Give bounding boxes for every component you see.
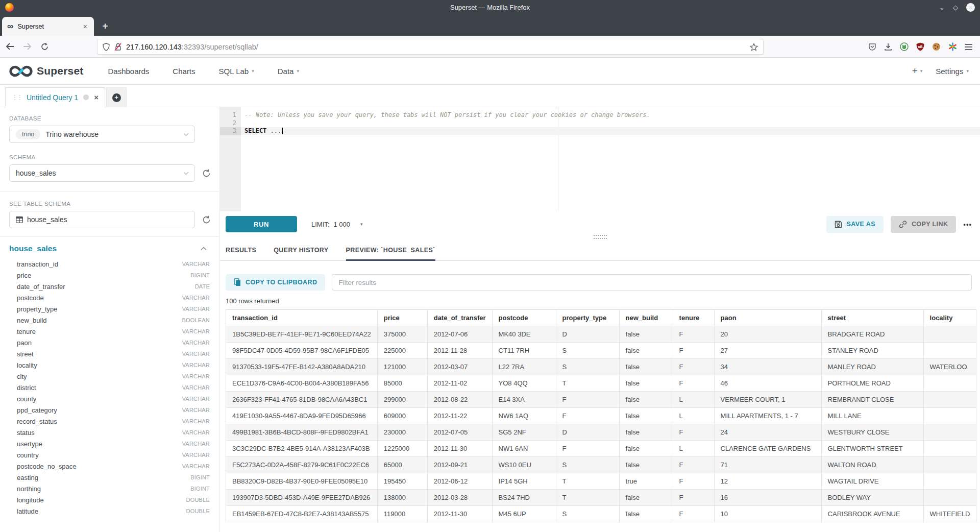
table-cell: T [556,375,619,392]
column-type: VARCHAR [182,261,210,267]
extension-asterisk-icon[interactable] [948,42,957,51]
table-header-street[interactable]: street [821,310,923,326]
pocket-icon[interactable] [868,43,876,51]
tab-close-icon[interactable]: × [82,22,89,31]
column-type: VARCHAR [182,295,210,301]
table-cell: EB1459EB-67ED-47C8-B2E7-A38143AB5575 [226,506,378,522]
limit-dropdown[interactable]: LIMIT: 1 000 ▾ [311,221,362,228]
more-options-button[interactable]: ••• [963,221,972,228]
table-header-locality[interactable]: locality [923,310,976,326]
table-header-price[interactable]: price [377,310,427,326]
schema-column-row: transaction_idVARCHAR [9,258,210,270]
chevron-down-icon [183,172,189,175]
collapse-chevron-icon[interactable] [201,247,207,251]
preview-table: transaction_idpricedate_of_transferpostc… [226,309,976,522]
drag-handle-icon[interactable]: ⋮⋮ [12,94,22,101]
table-header-paon[interactable]: paon [714,310,821,326]
nav-item-sql-lab[interactable]: SQL Lab▾ [219,67,254,76]
column-type: VARCHAR [182,396,210,402]
schema-column-row: usertypeVARCHAR [9,438,210,449]
run-toolbar: RUN LIMIT: 1 000 ▾ SAVE AS COPY LINK ••• [220,211,980,237]
copy-to-clipboard-button[interactable]: COPY TO CLIPBOARD [226,274,325,291]
forward-icon[interactable] [19,39,35,54]
superset-favicon-icon: ∞ [7,22,13,31]
database-select[interactable]: trino Trino warehouse [9,126,195,143]
nav-item-charts[interactable]: Charts [173,67,195,76]
chevron-down-icon [183,133,189,136]
nav-item-label: Data [278,67,294,76]
filter-results-input[interactable] [332,274,972,291]
column-type: VARCHAR [182,362,210,368]
table-cell [923,408,976,424]
nav-item-data[interactable]: Data▾ [278,67,299,76]
table-header-postcode[interactable]: postcode [492,310,556,326]
editor-code-area[interactable]: -- Note: Unless you save your query, the… [241,107,980,211]
table-header-tenure[interactable]: tenure [673,310,714,326]
results-tab-1[interactable]: QUERY HISTORY [274,242,328,260]
sql-editor[interactable]: 1 2 3 -- Note: Unless you save your quer… [220,107,980,211]
browser-tab[interactable]: ∞ Superset × [2,17,94,36]
database-select-value: Trino warehouse [45,130,99,138]
column-type: VARCHAR [182,441,210,447]
column-name: city [17,373,182,380]
schema-column-row: ppd_categoryVARCHAR [9,404,210,416]
query-tab-close-icon[interactable]: × [94,93,99,102]
new-query-tab-button[interactable]: + [106,87,127,107]
shield-icon[interactable] [103,43,110,51]
add-menu-button[interactable]: +▾ [912,65,923,77]
ublock-icon[interactable]: uB [916,42,924,51]
schema-select[interactable]: house_sales [9,164,195,182]
table-cell: 2012-07-05 [427,424,492,441]
new-tab-button[interactable]: + [98,19,112,33]
table-cell: STANLEY ROAD [821,343,923,359]
table-select[interactable]: house_sales [9,211,195,228]
url-bar[interactable]: 217.160.120.143:32393/superset/sqllab/ [97,39,764,55]
table-header-date_of_transfer[interactable]: date_of_transfer [427,310,492,326]
refresh-schema-icon[interactable] [202,169,211,178]
table-header-new_build[interactable]: new_build [619,310,673,326]
column-name: longitude [17,496,186,504]
table-header-property_type[interactable]: property_type [556,310,619,326]
column-name: status [17,429,182,437]
window-maximize-icon[interactable]: ◇ [953,4,958,11]
insecure-lock-icon[interactable] [114,43,122,51]
table-cell [923,457,976,473]
bookmark-star-icon[interactable] [750,43,758,51]
column-name: new_build [17,317,182,324]
table-cell: false [619,392,673,408]
download-icon[interactable] [884,43,892,51]
cookie-icon[interactable] [932,42,941,51]
settings-menu-button[interactable]: Settings▾ [936,67,969,76]
back-icon[interactable] [2,39,17,54]
nav-item-label: SQL Lab [219,67,249,76]
save-as-button[interactable]: SAVE AS [826,216,884,233]
nav-item-dashboards[interactable]: Dashboards [108,67,149,76]
results-tab-2[interactable]: PREVIEW: `HOUSE_SALES` [346,242,435,260]
table-row: 1B5C39ED-BE7F-41EF-9E71-9C60EED74A223750… [226,326,976,343]
table-schema-label: SEE TABLE SCHEMA [9,201,210,207]
divider [0,191,219,192]
privacy-badger-icon[interactable] [900,42,909,51]
menu-hamburger-icon[interactable] [965,43,973,51]
table-cell: false [619,343,673,359]
table-cell: WESTBURY CLOSE [821,424,923,441]
run-button[interactable]: RUN [226,216,297,232]
superset-logo[interactable]: Superset [9,64,83,78]
sqllab-sidebar: DATABASE trino Trino warehouse SCHEMA ho… [0,107,219,532]
copy-link-button[interactable]: COPY LINK [891,216,956,233]
column-name: easting [17,474,190,481]
table-cell: false [619,441,673,457]
results-tab-0[interactable]: RESULTS [226,242,256,260]
table-header-transaction_id[interactable]: transaction_id [226,310,378,326]
reload-icon[interactable] [37,39,52,54]
save-icon [835,221,842,228]
window-minimize-icon[interactable]: ⌄ [939,4,945,11]
table-cell: 2012-08-22 [427,392,492,408]
window-close-icon[interactable]: × [966,3,975,12]
schema-column-row: priceBIGINT [9,270,210,281]
table-cell: 2636F323-FF41-4765-81DB-98CAA6A43BC1 [226,392,378,408]
pane-resize-handle[interactable] [594,235,607,239]
query-tab-active[interactable]: ⋮⋮ Untitled Query 1 × [5,87,105,107]
refresh-table-icon[interactable] [202,215,211,224]
table-cell: MK40 3DE [492,326,556,343]
